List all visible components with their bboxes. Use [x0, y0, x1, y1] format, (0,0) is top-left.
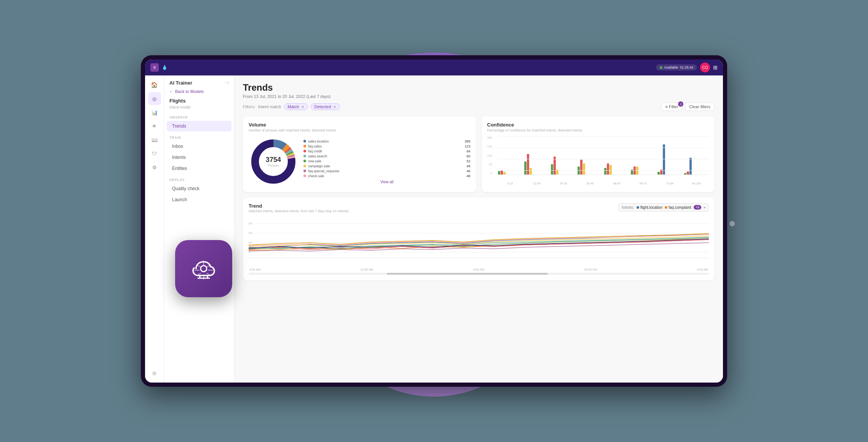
- app-logo: it: [150, 63, 159, 72]
- tablet-frame: it 💧 Available 01:25:43 CO ⊞ 🏠: [141, 55, 727, 387]
- app-icon: [175, 240, 232, 297]
- sidebar-brain-icon[interactable]: ◎: [148, 92, 161, 105]
- volume-legend: sales.location 389 faq.sales 123: [303, 139, 471, 184]
- svg-text:10: 10: [249, 240, 252, 244]
- trend-chart: 20 15 10 5: [249, 216, 709, 275]
- donut-chart: 3754 Phrases: [249, 137, 298, 186]
- content-area: Trends From 13 Jul, 2021 to 20 Jul, 2022…: [235, 75, 723, 383]
- volume-card: Volume Number of phrases with matched in…: [243, 116, 476, 192]
- svg-text:15: 15: [249, 231, 252, 234]
- back-to-models-btn[interactable]: ← Back to Models: [164, 88, 234, 97]
- date-range: From 13 Jul, 2021 to 20 Jul, 2022 (Last …: [243, 94, 715, 99]
- confidence-card: Confidence Percentage of confidence for …: [482, 116, 715, 192]
- nav-item-intents[interactable]: Intents: [167, 152, 231, 163]
- filters-row: Filters: Intent match Match ✕ Detected ✕…: [243, 102, 715, 111]
- filter-chip-intent-match: Intent match: [258, 104, 281, 109]
- model-name: Flights: [164, 97, 234, 105]
- filters-label: Filters:: [243, 104, 255, 109]
- sidebar-gear-icon[interactable]: ⚙: [148, 161, 161, 174]
- volume-subtitle: Number of phrases with matched intents, …: [249, 128, 471, 132]
- donut-number: 3754: [266, 156, 281, 164]
- nav-item-trends[interactable]: Trends: [167, 121, 231, 131]
- trend-subtitle: Matched intents, detected intents, from …: [249, 209, 349, 213]
- chart-scrollbar-thumb[interactable]: [387, 273, 548, 275]
- view-all-link[interactable]: View all: [303, 180, 471, 184]
- svg-text:20: 20: [249, 221, 252, 225]
- status-label: Available: [664, 66, 678, 69]
- svg-text:5: 5: [249, 250, 250, 253]
- svg-point-0: [201, 266, 207, 272]
- observe-section-label: OBSERVE: [164, 113, 234, 120]
- filter-button[interactable]: ≡ Filter 2: [661, 102, 683, 111]
- nav-item-launch[interactable]: Launch: [167, 194, 231, 205]
- filter-chip-detected[interactable]: Detected ✕: [311, 103, 340, 110]
- intent-plus-badge: +8: [694, 205, 701, 210]
- nav-panel: AI Trainer ⊣ ← Back to Models Flights In…: [164, 75, 235, 383]
- top-bar: it 💧 Available 01:25:43 CO ⊞: [145, 59, 723, 75]
- grid-icon[interactable]: ⊞: [713, 64, 718, 70]
- clear-filters-button[interactable]: Clear filters: [685, 102, 715, 111]
- sidebar-home-icon[interactable]: 🏠: [148, 78, 161, 91]
- status-time: 01:25:43: [680, 66, 693, 69]
- sidebar-chart-icon[interactable]: 📊: [148, 106, 161, 119]
- filter-badge: 2: [678, 101, 683, 107]
- page-title: Trends: [243, 82, 715, 93]
- trend-title: Trend: [249, 203, 349, 209]
- filter-chip-match[interactable]: Match ✕: [284, 103, 308, 110]
- sidebar: 🏠 ◎ 📊 👁 📖 🛡 ⚙ ⊞: [145, 75, 164, 383]
- intents-selector[interactable]: Intents: flight.location faq.complaint +…: [618, 203, 709, 211]
- nav-item-inbox[interactable]: Inbox: [167, 141, 231, 152]
- sidebar-eye-icon[interactable]: 👁: [148, 120, 161, 133]
- nav-item-entities[interactable]: Entities: [167, 163, 231, 174]
- train-section-label: TRAIN: [164, 132, 234, 141]
- user-avatar[interactable]: CO: [700, 62, 710, 72]
- model-type: Intent model: [164, 105, 234, 113]
- nav-item-quality-check[interactable]: Quality check: [167, 183, 231, 194]
- trend-card: Trend Matched intents, detected intents,…: [243, 197, 715, 280]
- collapse-icon[interactable]: ⊣: [225, 80, 229, 85]
- sidebar-grid-icon[interactable]: ⊞: [148, 367, 161, 380]
- water-drop-icon: 💧: [162, 65, 168, 70]
- sidebar-book-icon[interactable]: 📖: [148, 133, 161, 146]
- deploy-section-label: DEPLOY: [164, 174, 234, 183]
- nav-title: AI Trainer: [169, 80, 192, 86]
- sidebar-shield-icon[interactable]: 🛡: [148, 147, 161, 160]
- donut-label: Phrases: [266, 164, 281, 167]
- volume-title: Volume: [249, 122, 471, 128]
- confidence-subtitle: Percentage of confidence for matched int…: [487, 128, 709, 132]
- confidence-title: Confidence: [487, 122, 709, 128]
- status-indicator: Available 01:25:43: [656, 64, 697, 70]
